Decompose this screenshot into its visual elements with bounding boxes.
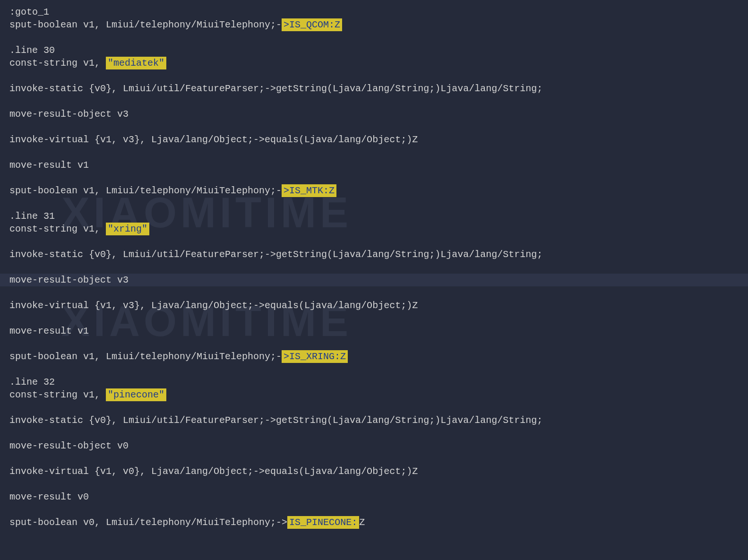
highlight-token: >IS_QCOM:Z — [282, 18, 342, 31]
highlight-token: >IS_XRING:Z — [282, 350, 348, 363]
blank-line — [9, 261, 739, 274]
code-text: invoke-static {v0}, Lmiui/util/FeaturePa… — [9, 415, 542, 426]
code-line[interactable]: :goto_1 — [9, 6, 739, 18]
highlight-token: IS_PINECONE: — [287, 516, 359, 529]
code-line[interactable]: move-result v0 — [9, 491, 739, 503]
code-text: .line 31 — [9, 211, 55, 222]
code-line[interactable]: .line 32 — [9, 376, 739, 388]
code-text: const-string v1, — [9, 224, 106, 234]
code-viewer: XIAOMITIME XIAOMITIME :goto_1 sput-boole… — [0, 0, 748, 534]
code-line[interactable]: sput-boolean v1, Lmiui/telephony/MiuiTel… — [9, 18, 739, 31]
code-line[interactable]: const-string v1, "mediatek" — [9, 57, 739, 69]
code-line[interactable]: invoke-static {v0}, Lmiui/util/FeaturePa… — [9, 414, 739, 427]
blank-line — [9, 503, 739, 516]
code-text: .line 30 — [9, 45, 55, 56]
code-text: sput-boolean v0, Lmiui/telephony/MiuiTel… — [9, 517, 287, 528]
code-line[interactable]: invoke-virtual {v1, v3}, Ljava/lang/Obje… — [9, 299, 739, 312]
highlight-token: "pinecone" — [106, 388, 166, 401]
code-line-current[interactable]: move-result-object v3 — [0, 274, 748, 286]
code-text: invoke-static {v0}, Lmiui/util/FeaturePa… — [9, 83, 542, 94]
blank-line — [9, 363, 739, 376]
code-line[interactable]: .line 31 — [9, 210, 739, 223]
blank-line — [9, 197, 739, 210]
blank-line — [9, 235, 739, 248]
blank-line — [9, 312, 739, 325]
code-line[interactable]: .line 30 — [9, 44, 739, 57]
code-text: sput-boolean v1, Lmiui/telephony/MiuiTel… — [9, 19, 282, 30]
code-text: :goto_1 — [9, 7, 49, 17]
code-line[interactable]: sput-boolean v1, Lmiui/telephony/MiuiTel… — [9, 350, 739, 363]
blank-line — [9, 172, 739, 184]
blank-line — [9, 401, 739, 414]
code-text: .line 32 — [9, 377, 55, 388]
code-line[interactable]: move-result-object v3 — [9, 108, 739, 121]
code-line[interactable]: sput-boolean v1, Lmiui/telephony/MiuiTel… — [9, 184, 739, 197]
code-text: invoke-virtual {v1, v3}, Ljava/lang/Obje… — [9, 300, 418, 311]
code-text: move-result-object v0 — [9, 440, 129, 451]
blank-line — [9, 146, 739, 159]
code-line[interactable]: move-result v1 — [9, 325, 739, 337]
code-line[interactable]: move-result-object v0 — [9, 439, 739, 452]
blank-line — [9, 478, 739, 491]
code-line[interactable]: invoke-static {v0}, Lmiui/util/FeaturePa… — [9, 82, 739, 95]
highlight-token: "xring" — [106, 223, 149, 235]
highlight-token: >IS_MTK:Z — [282, 184, 336, 197]
code-text: invoke-static {v0}, Lmiui/util/FeaturePa… — [9, 249, 542, 260]
blank-line — [9, 31, 739, 44]
code-text: const-string v1, — [9, 58, 106, 69]
blank-line — [9, 286, 739, 299]
code-text: move-result-object v3 — [9, 275, 129, 285]
code-text: Z — [359, 517, 365, 528]
code-line[interactable]: invoke-virtual {v1, v0}, Ljava/lang/Obje… — [9, 465, 739, 478]
code-text: move-result-object v3 — [9, 109, 129, 120]
code-text: invoke-virtual {v1, v3}, Ljava/lang/Obje… — [9, 134, 418, 145]
code-line[interactable]: sput-boolean v0, Lmiui/telephony/MiuiTel… — [9, 516, 739, 529]
code-line[interactable]: const-string v1, "xring" — [9, 223, 739, 235]
blank-line — [9, 69, 739, 82]
code-text: sput-boolean v1, Lmiui/telephony/MiuiTel… — [9, 351, 282, 362]
code-line[interactable]: invoke-virtual {v1, v3}, Ljava/lang/Obje… — [9, 133, 739, 146]
code-line[interactable]: const-string v1, "pinecone" — [9, 388, 739, 401]
code-line[interactable]: invoke-static {v0}, Lmiui/util/FeaturePa… — [9, 248, 739, 261]
blank-line — [9, 121, 739, 133]
code-text: move-result v1 — [9, 160, 89, 171]
blank-line — [9, 337, 739, 350]
code-text: sput-boolean v1, Lmiui/telephony/MiuiTel… — [9, 185, 282, 196]
blank-line — [9, 452, 739, 465]
code-text: move-result v0 — [9, 491, 89, 502]
code-text: const-string v1, — [9, 389, 106, 400]
blank-line — [9, 427, 739, 439]
code-text: invoke-virtual {v1, v0}, Ljava/lang/Obje… — [9, 466, 418, 477]
code-line[interactable]: move-result v1 — [9, 159, 739, 172]
code-content[interactable]: :goto_1 sput-boolean v1, Lmiui/telephony… — [9, 6, 739, 529]
blank-line — [9, 95, 739, 108]
highlight-token: "mediatek" — [106, 57, 166, 69]
code-text: move-result v1 — [9, 326, 89, 336]
